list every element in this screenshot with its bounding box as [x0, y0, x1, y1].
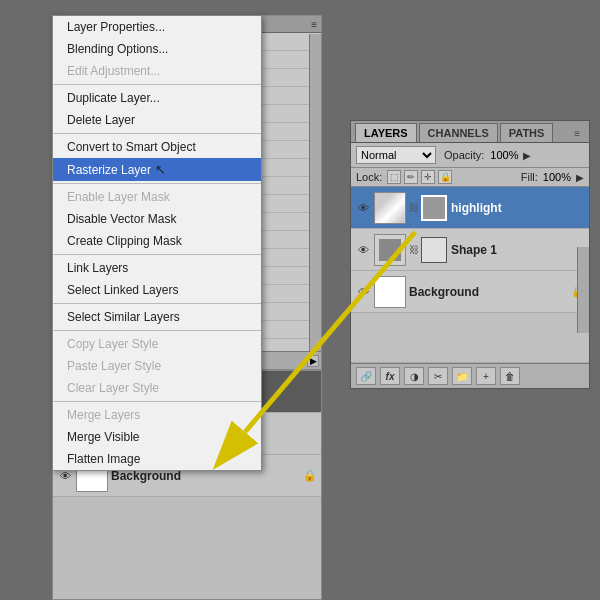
menu-item-select-linked-layers[interactable]: Select Linked Layers	[53, 279, 261, 301]
layer-thumb-highlight-right	[374, 192, 406, 224]
fill-arrow-icon[interactable]: ▶	[576, 172, 584, 183]
panel-menu-icon[interactable]: ≡	[569, 125, 585, 142]
new-fill-layer-icon[interactable]: ◑	[404, 367, 424, 385]
history-scrollbar[interactable]	[309, 34, 321, 351]
layer-thumb-shape-right	[374, 234, 406, 266]
menu-item-edit-adjustment: Edit Adjustment...	[53, 60, 261, 82]
tab-paths[interactable]: PATHS	[500, 123, 554, 142]
layers-panel-tabbar: LAYERS CHANNELS PATHS ≡	[351, 121, 589, 143]
menu-item-disable-vector-mask[interactable]: Disable Vector Mask	[53, 208, 261, 230]
rasterize-label: Rasterize Layer	[67, 163, 151, 177]
fx-icon[interactable]: fx	[380, 367, 400, 385]
eye-icon-highlight-right[interactable]: 👁	[355, 200, 371, 216]
chain-icon-shape-right: ⛓	[409, 242, 419, 258]
menu-item-duplicate-layer[interactable]: Duplicate Layer...	[53, 87, 261, 109]
lock-label: Lock:	[356, 171, 382, 183]
menu-separator-1	[53, 84, 261, 85]
lock-all-icon[interactable]: 🔒	[438, 170, 452, 184]
tab-channels[interactable]: CHANNELS	[419, 123, 498, 142]
menu-separator-2	[53, 133, 261, 134]
opacity-value: 100%	[490, 149, 518, 161]
tab-layers[interactable]: LAYERS	[355, 123, 417, 142]
layers-empty-area	[351, 313, 589, 363]
eye-icon-background-right[interactable]: 👁	[355, 284, 371, 300]
menu-separator-6	[53, 330, 261, 331]
cursor-pointer-icon: ↖	[155, 162, 166, 177]
chain-icon-highlight-right: ⛓	[409, 200, 419, 216]
layers-panel: LAYERS CHANNELS PATHS ≡ Normal Opacity: …	[350, 120, 590, 389]
lock-icon-background: 🔒	[303, 469, 317, 482]
menu-separator-5	[53, 303, 261, 304]
menu-item-clear-layer-style: Clear Layer Style	[53, 377, 261, 399]
menu-item-rasterize-layer[interactable]: Rasterize Layer ↖	[53, 158, 261, 181]
menu-item-paste-layer-style: Paste Layer Style	[53, 355, 261, 377]
new-layer-icon[interactable]: +	[476, 367, 496, 385]
layer-mask-shape-right	[421, 237, 447, 263]
menu-item-delete-layer[interactable]: Delete Layer	[53, 109, 261, 131]
layer-thumb-background-right	[374, 276, 406, 308]
fill-value: 100%	[543, 171, 571, 183]
layer-row-highlight[interactable]: 👁 ⛓ highlight	[351, 187, 589, 229]
adjustment-layer-icon[interactable]: ✂	[428, 367, 448, 385]
layer-name-background: Background	[409, 285, 571, 299]
menu-item-copy-layer-style: Copy Layer Style	[53, 333, 261, 355]
opacity-arrow-icon[interactable]: ▶	[523, 150, 531, 161]
layers-bottom-toolbar: 🔗 fx ◑ ✂ 📁 + 🗑	[351, 363, 589, 388]
menu-item-flatten-image[interactable]: Flatten Image	[53, 448, 261, 470]
fill-label: Fill:	[521, 171, 538, 183]
opacity-label: Opacity:	[444, 149, 484, 161]
link-layers-icon[interactable]: 🔗	[356, 367, 376, 385]
history-scroll-right[interactable]: ▶	[307, 355, 319, 367]
layers-panel-scrollbar[interactable]	[577, 247, 589, 333]
menu-item-enable-layer-mask: Enable Layer Mask	[53, 186, 261, 208]
history-menu-icon[interactable]: ≡	[311, 19, 317, 30]
layer-row-background[interactable]: 👁 Background 🔒	[351, 271, 589, 313]
lock-image-icon[interactable]: ✏	[404, 170, 418, 184]
blend-mode-select[interactable]: Normal	[356, 146, 436, 164]
eye-icon-shape-right[interactable]: 👁	[355, 242, 371, 258]
lock-transparent-icon[interactable]: ⬚	[387, 170, 401, 184]
menu-item-layer-properties[interactable]: Layer Properties...	[53, 16, 261, 38]
layer-row-shape[interactable]: 👁 ⛓ Shape 1	[351, 229, 589, 271]
menu-item-merge-layers: Merge Layers	[53, 404, 261, 426]
layers-blend-opacity-row: Normal Opacity: 100% ▶	[351, 143, 589, 168]
menu-item-merge-visible[interactable]: Merge Visible	[53, 426, 261, 448]
menu-item-link-layers[interactable]: Link Layers	[53, 257, 261, 279]
layers-lock-fill-row: Lock: ⬚ ✏ ✛ 🔒 Fill: 100% ▶	[351, 168, 589, 187]
new-group-icon[interactable]: 📁	[452, 367, 472, 385]
menu-separator-3	[53, 183, 261, 184]
layer-mask-highlight-right	[421, 195, 447, 221]
menu-separator-4	[53, 254, 261, 255]
layer-name-shape: Shape 1	[451, 243, 585, 257]
layer-name-highlight: highlight	[451, 201, 585, 215]
menu-item-blending-options[interactable]: Blending Options...	[53, 38, 261, 60]
menu-separator-7	[53, 401, 261, 402]
context-menu: Layer Properties... Blending Options... …	[52, 15, 262, 471]
delete-layer-icon[interactable]: 🗑	[500, 367, 520, 385]
menu-item-select-similar-layers[interactable]: Select Similar Layers	[53, 306, 261, 328]
menu-item-create-clipping-mask[interactable]: Create Clipping Mask	[53, 230, 261, 252]
menu-item-convert-smart-object[interactable]: Convert to Smart Object	[53, 136, 261, 158]
lock-icons: ⬚ ✏ ✛ 🔒	[387, 170, 452, 184]
lock-position-icon[interactable]: ✛	[421, 170, 435, 184]
